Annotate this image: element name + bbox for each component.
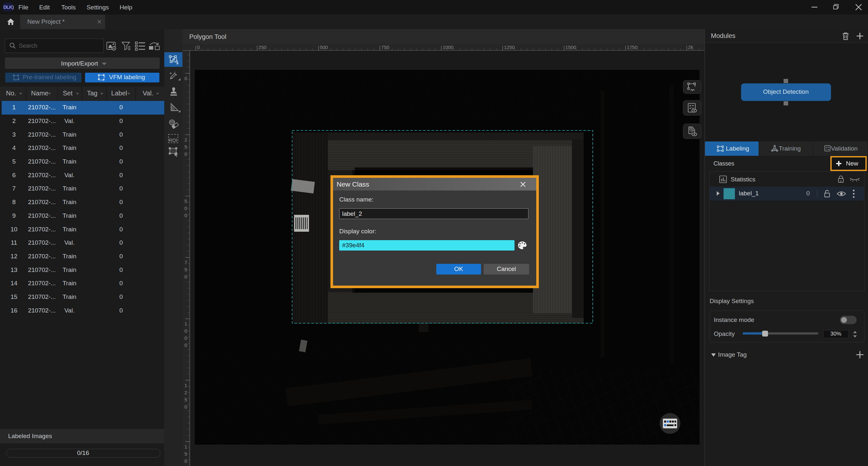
svg-text:0: 0 — [184, 274, 187, 279]
svg-text:5: 5 — [184, 198, 187, 204]
svg-text:2k: 2k — [688, 44, 693, 50]
svg-text:0: 0 — [184, 75, 187, 81]
svg-text:250: 250 — [258, 44, 267, 50]
svg-text:0: 0 — [184, 342, 187, 348]
svg-text:0: 0 — [184, 151, 187, 157]
svg-text:0: 0 — [184, 206, 187, 211]
svg-text:1000: 1000 — [442, 44, 453, 50]
svg-text:1: 1 — [184, 382, 187, 388]
svg-text:5: 5 — [184, 397, 187, 402]
svg-text:2: 2 — [184, 137, 187, 143]
svg-text:0: 0 — [184, 458, 187, 464]
svg-text:5: 5 — [184, 451, 187, 457]
svg-text:0: 0 — [184, 404, 187, 409]
svg-text:0: 0 — [197, 44, 199, 50]
svg-text:1750: 1750 — [627, 44, 638, 50]
svg-text:1250: 1250 — [504, 44, 515, 50]
svg-text:1500: 1500 — [565, 44, 576, 50]
svg-text:500: 500 — [320, 44, 328, 50]
svg-text:2: 2 — [184, 390, 187, 395]
svg-text:5: 5 — [184, 144, 187, 150]
svg-text:0: 0 — [184, 335, 187, 341]
svg-text:1: 1 — [184, 444, 187, 449]
svg-text:7: 7 — [184, 259, 187, 265]
svg-text:5: 5 — [184, 267, 187, 272]
svg-text:ROI: ROI — [169, 137, 177, 143]
svg-text:1: 1 — [184, 321, 187, 327]
svg-text:0: 0 — [184, 328, 187, 334]
svg-text:0: 0 — [184, 213, 187, 218]
svg-text:750: 750 — [381, 44, 389, 50]
